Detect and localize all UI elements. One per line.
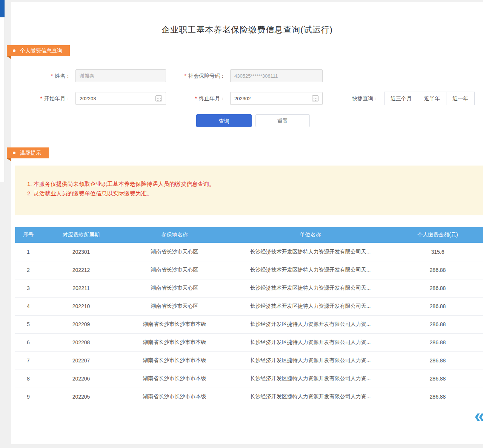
col-header-period: 对应费款所属期: [42, 227, 121, 243]
bullet-icon: [13, 152, 15, 154]
quick-btn-halfyear[interactable]: 近半年: [418, 92, 446, 105]
cell-period: 202210: [42, 297, 121, 315]
quick-btn-oneyear[interactable]: 近一年: [446, 92, 475, 105]
results-table: 序号 对应费款所属期 参保地名称 单位名称 个人缴费金额(元) 1 202301…: [15, 227, 483, 406]
name-value: 谢旭泰: [80, 72, 162, 79]
cell-employer: 长沙经济开发区捷特人力资源开发有限公司人力资...: [228, 333, 392, 351]
calendar-icon[interactable]: [155, 95, 162, 101]
cell-amount: 286.88: [392, 279, 483, 297]
cell-amount: 286.88: [392, 261, 483, 279]
cell-period: 202211: [42, 279, 121, 297]
page-title: 企业职工基本养老保险缴费信息查询(试运行): [11, 24, 483, 35]
table-row: 9 202205 湖南省长沙市长沙市市本级 长沙经济开发区捷特人力资源开发有限公…: [15, 388, 483, 406]
section-badge-tips-label: 温馨提示: [20, 150, 41, 156]
cell-area: 湖南省长沙市天心区: [121, 261, 228, 279]
cell-employer: 长沙经济技术开发区捷特人力资源开发有限公司天...: [228, 243, 392, 261]
name-label: *姓名：: [32, 69, 71, 82]
cell-period: 202207: [42, 351, 121, 370]
col-header-seq: 序号: [15, 227, 42, 243]
sidebar-accent-bar: [0, 0, 5, 17]
cell-seq: 8: [15, 370, 42, 388]
table-row: 2 202212 湖南省长沙市天心区 长沙经济技术开发区捷特人力资源开发有限公司…: [15, 261, 483, 279]
table-row: 3 202211 湖南省长沙市天心区 长沙经济技术开发区捷特人力资源开发有限公司…: [15, 279, 483, 297]
query-button[interactable]: 查询: [196, 114, 252, 127]
section-badge-tips: 温馨提示: [7, 147, 49, 158]
end-month-label: *终止年月：: [174, 92, 225, 105]
table-row: 1 202301 湖南省长沙市天心区 长沙经济技术开发区捷特人力资源开发有限公司…: [15, 243, 483, 261]
col-header-employer: 单位名称: [228, 227, 392, 243]
table-row: 6 202208 湖南省长沙市长沙市市本级 长沙经济开发区捷特人力资源开发有限公…: [15, 333, 483, 351]
tips-panel: 1. 本服务仅提供尚未领取企业职工基本养老保险待遇人员的缴费信息查询。 2. 灵…: [15, 166, 483, 215]
cell-period: 202212: [42, 261, 121, 279]
double-left-chevron-icon[interactable]: «: [474, 406, 483, 425]
main-panel: 企业职工基本养老保险缴费信息查询(试运行) 个人缴费信息查询 *姓名： 谢旭泰 …: [11, 2, 483, 444]
cell-amount: 286.88: [392, 388, 483, 406]
col-header-area: 参保地名称: [121, 227, 228, 243]
cell-seq: 7: [15, 351, 42, 370]
cell-area: 湖南省长沙市长沙市市本级: [121, 388, 228, 406]
table-row: 4 202210 湖南省长沙市天心区 长沙经济技术开发区捷特人力资源开发有限公司…: [15, 297, 483, 315]
results-table-wrap: 序号 对应费款所属期 参保地名称 单位名称 个人缴费金额(元) 1 202301…: [15, 227, 483, 406]
quick-query-label: 快捷查询：: [352, 92, 378, 105]
cell-amount: 315.6: [392, 243, 483, 261]
required-mark: *: [40, 95, 42, 101]
cell-amount: 286.88: [392, 351, 483, 370]
table-header-row: 序号 对应费款所属期 参保地名称 单位名称 个人缴费金额(元): [15, 227, 483, 243]
required-mark: *: [195, 95, 197, 101]
cell-seq: 1: [15, 243, 42, 261]
cell-employer: 长沙经济技术开发区捷特人力资源开发有限公司天...: [228, 297, 392, 315]
cell-employer: 长沙经济技术开发区捷特人力资源开发有限公司天...: [228, 279, 392, 297]
required-mark: *: [185, 73, 186, 79]
quick-btn-3months[interactable]: 近三个月: [384, 92, 418, 105]
start-month-field[interactable]: 202203: [75, 92, 166, 105]
left-rail: [0, 0, 5, 182]
cell-seq: 4: [15, 297, 42, 315]
page: 企业职工基本养老保险缴费信息查询(试运行) 个人缴费信息查询 *姓名： 谢旭泰 …: [0, 0, 483, 448]
cell-period: 202206: [42, 370, 121, 388]
section-badge-query-label: 个人缴费信息查询: [20, 48, 62, 54]
quick-query-group: 近三个月 近半年 近一年: [384, 92, 475, 105]
table-row: 7 202207 湖南省长沙市长沙市市本级 长沙经济开发区捷特人力资源开发有限公…: [15, 351, 483, 370]
table-body: 1 202301 湖南省长沙市天心区 长沙经济技术开发区捷特人力资源开发有限公司…: [15, 243, 483, 406]
end-month-field[interactable]: 202302: [230, 92, 323, 105]
cell-seq: 5: [15, 315, 42, 333]
cell-period: 202205: [42, 388, 121, 406]
cell-period: 202209: [42, 315, 121, 333]
cell-amount: 286.88: [392, 297, 483, 315]
cell-amount: 286.88: [392, 370, 483, 388]
cell-area: 湖南省长沙市天心区: [121, 297, 228, 315]
cell-period: 202301: [42, 243, 121, 261]
cell-employer: 长沙经济开发区捷特人力资源开发有限公司人力资...: [228, 315, 392, 333]
cell-area: 湖南省长沙市长沙市市本级: [121, 351, 228, 370]
tips-line-1: 1. 本服务仅提供尚未领取企业职工基本养老保险待遇人员的缴费信息查询。: [27, 179, 472, 189]
cell-employer: 长沙经济开发区捷特人力资源开发有限公司人力资...: [228, 351, 392, 370]
start-month-value: 202203: [80, 96, 155, 101]
section-badge-query: 个人缴费信息查询: [7, 45, 70, 56]
end-month-value: 202302: [234, 96, 312, 101]
calendar-icon[interactable]: [312, 95, 318, 101]
ssn-field[interactable]: 430525******306111: [230, 69, 323, 82]
cell-area: 湖南省长沙市长沙市市本级: [121, 333, 228, 351]
cell-period: 202208: [42, 333, 121, 351]
table-row: 8 202206 湖南省长沙市长沙市市本级 长沙经济开发区捷特人力资源开发有限公…: [15, 370, 483, 388]
table-row: 5 202209 湖南省长沙市长沙市市本级 长沙经济开发区捷特人力资源开发有限公…: [15, 315, 483, 333]
name-field[interactable]: 谢旭泰: [75, 69, 166, 82]
cell-seq: 2: [15, 261, 42, 279]
start-month-label: *开始年月：: [32, 92, 71, 105]
cell-seq: 3: [15, 279, 42, 297]
cell-seq: 6: [15, 333, 42, 351]
cell-employer: 长沙经济技术开发区捷特人力资源开发有限公司天...: [228, 261, 392, 279]
reset-button[interactable]: 重置: [255, 114, 310, 127]
cell-area: 湖南省长沙市天心区: [121, 279, 228, 297]
cell-area: 湖南省长沙市长沙市市本级: [121, 370, 228, 388]
cell-employer: 长沙经济开发区捷特人力资源开发有限公司人力资...: [228, 388, 392, 406]
bullet-icon: [13, 49, 15, 52]
cell-seq: 9: [15, 388, 42, 406]
cell-amount: 286.88: [392, 333, 483, 351]
tips-line-2: 2. 灵活就业人员的缴费单位信息以实际缴费为准。: [27, 189, 472, 198]
cell-area: 湖南省长沙市天心区: [121, 243, 228, 261]
required-mark: *: [51, 73, 53, 79]
cell-amount: 286.88: [392, 315, 483, 333]
ssn-label: *社会保障号码：: [174, 69, 225, 82]
col-header-amount: 个人缴费金额(元): [392, 227, 483, 243]
